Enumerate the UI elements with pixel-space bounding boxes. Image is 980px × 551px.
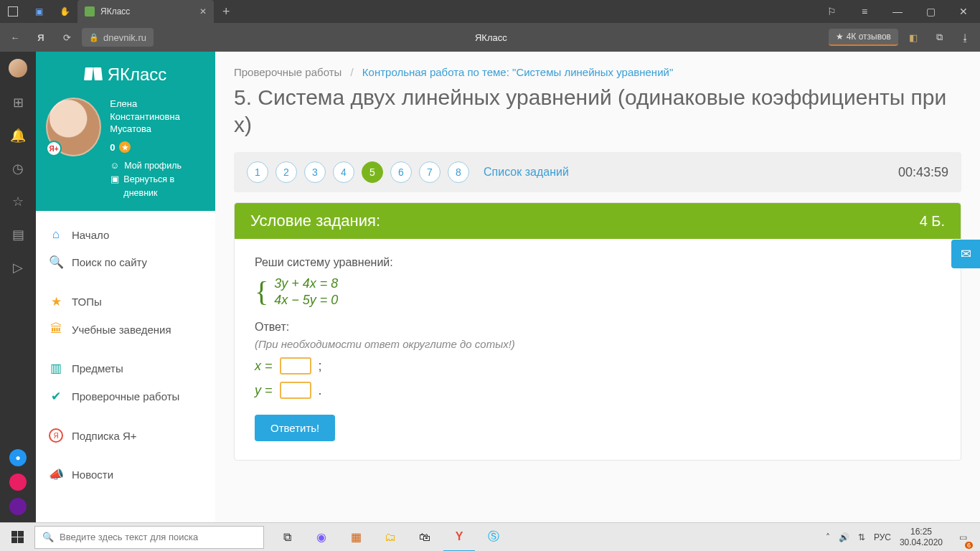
feedback-tab[interactable]: ✉ — [951, 240, 980, 268]
step-2[interactable]: 2 — [275, 161, 297, 183]
start-button[interactable] — [0, 531, 34, 543]
check-icon: ✔ — [49, 389, 63, 404]
menu-tests[interactable]: ✔Проверочные работы — [36, 382, 215, 410]
tray-network-icon[interactable]: ⇅ — [858, 532, 865, 542]
equation-system: { 3y + 4x = 8 4x − 5y = 0 — [255, 276, 941, 308]
rail-notifications-icon[interactable]: 🔔 — [10, 128, 26, 143]
window-maximize-icon[interactable]: ▢ — [914, 0, 947, 23]
step-3[interactable]: 3 — [304, 161, 326, 183]
page-title-center: ЯКласс — [158, 32, 824, 43]
rail-play-icon[interactable]: ▷ — [13, 260, 23, 276]
url-field[interactable]: 🔒 dnevnik.ru — [82, 28, 154, 47]
new-tab-button[interactable]: + — [214, 4, 239, 19]
taskbar-app-store[interactable]: 🛍 — [409, 523, 440, 552]
step-1[interactable]: 1 — [247, 161, 268, 183]
rail-alice-icon[interactable] — [9, 498, 27, 515]
step-list-link[interactable]: Список заданий — [484, 166, 569, 179]
menu-news[interactable]: 📣Новости — [36, 461, 215, 489]
bookmark-bar-icon[interactable]: ⚐ — [815, 0, 848, 23]
answer-row-y: y = . — [255, 382, 941, 399]
profile-link-my[interactable]: ☺Мой профиль — [110, 159, 205, 173]
rail-history-icon[interactable]: ◷ — [12, 161, 24, 176]
tray-volume-icon[interactable]: 🔊 — [839, 532, 849, 542]
reviews-badge[interactable]: ★ 4К отзывов — [829, 29, 898, 46]
tab-close-icon[interactable]: ✕ — [199, 6, 207, 17]
profile-avatar[interactable]: Я+ — [46, 98, 101, 156]
step-7[interactable]: 7 — [419, 161, 440, 183]
step-8[interactable]: 8 — [448, 161, 469, 183]
app-icon-2[interactable]: ✋ — [52, 0, 77, 23]
task-points: 4 Б. — [920, 213, 945, 230]
menu-tops-label: ТОПы — [72, 296, 102, 308]
rail-favorites-icon[interactable]: ☆ — [12, 194, 24, 209]
rail-avatar-icon[interactable] — [9, 59, 27, 77]
breadcrumb-root[interactable]: Проверочные работы — [234, 66, 341, 78]
menu-subscribe[interactable]: ЯПодписка Я+ — [36, 422, 215, 449]
menu-subjects[interactable]: ▥Предметы — [36, 354, 215, 382]
window-close-icon[interactable]: ✕ — [947, 0, 980, 23]
rail-service-icon[interactable] — [9, 474, 27, 491]
menu-tests-label: Проверочные работы — [72, 390, 179, 402]
taskbar-app-yandex[interactable]: Y — [443, 523, 475, 552]
downloads-icon[interactable]: ⭳ — [954, 27, 976, 48]
step-4[interactable]: 4 — [333, 161, 354, 183]
menu-schools-label: Учебные заведения — [72, 324, 171, 336]
bookmark-icon[interactable]: ◧ — [903, 27, 924, 48]
rail-collections-icon[interactable]: ▤ — [12, 227, 24, 242]
brand-logo[interactable]: ЯКласс — [46, 65, 205, 85]
nav-back-icon[interactable]: ← — [4, 27, 26, 48]
extensions-icon[interactable]: ⧉ — [928, 27, 950, 48]
task-prompt: Реши систему уравнений: — [255, 256, 941, 269]
tray-expand-icon[interactable]: ˄ — [826, 532, 830, 542]
breadcrumb-link[interactable]: Контрольная работа по теме: "Системы лин… — [362, 66, 673, 78]
tray-time: 16:25 — [900, 527, 943, 537]
tray-clock[interactable]: 16:25 30.04.2020 — [900, 527, 943, 547]
submit-button[interactable]: Ответить! — [255, 415, 335, 441]
window-minimize-icon[interactable]: — — [881, 0, 914, 23]
tray-language[interactable]: РУС — [874, 532, 891, 542]
menu-news-label: Новости — [72, 468, 113, 481]
taskbar-app-1[interactable]: ◉ — [306, 523, 337, 552]
book-icon: ▥ — [49, 361, 63, 376]
lock-icon: 🔒 — [89, 33, 99, 42]
semicolon: ; — [319, 359, 322, 374]
task-view-icon[interactable]: ⧉ — [271, 523, 303, 552]
input-x[interactable] — [280, 357, 311, 375]
menu-home[interactable]: ⌂Начало — [36, 221, 215, 248]
nav-reload-icon[interactable]: ⟳ — [56, 27, 77, 48]
bank-icon: 🏛 — [49, 322, 63, 336]
browser-tab-active[interactable]: ЯКласс ✕ — [77, 0, 214, 23]
task-panel: Условие задания: 4 Б. Реши систему уравн… — [234, 202, 961, 461]
home-icon: ⌂ — [49, 227, 63, 242]
input-y[interactable] — [280, 382, 311, 399]
step-6[interactable]: 6 — [390, 161, 412, 183]
menu-schools[interactable]: 🏛Учебные заведения — [36, 316, 215, 343]
mail-icon: ✉ — [961, 246, 971, 262]
app-icon-1[interactable]: ▣ — [26, 0, 52, 23]
period: . — [319, 383, 322, 398]
taskbar-app-skype[interactable]: Ⓢ — [478, 523, 509, 552]
profile-name-3: Мусатова — [110, 123, 205, 136]
yandex-home-icon[interactable]: Я — [30, 27, 52, 48]
taskbar-app-2[interactable]: ▦ — [340, 523, 372, 552]
taskbar-search[interactable]: 🔍 Введите здесь текст для поиска — [34, 526, 264, 549]
tray-notifications[interactable]: ▭ 6 — [951, 523, 974, 552]
panel-toggle-icon[interactable] — [0, 0, 26, 23]
menu-subscribe-label: Подписка Я+ — [72, 430, 137, 442]
back-to-diary-link[interactable]: ▣Вернуться в дневник — [110, 173, 205, 200]
menu-tops[interactable]: ★ТОПы — [36, 288, 215, 316]
step-5[interactable]: 5 — [362, 161, 383, 183]
brand-book-icon — [85, 67, 102, 82]
browser-menu-icon[interactable]: ≡ — [848, 0, 881, 23]
menu-search-label: Поиск по сайту — [72, 256, 147, 268]
main-area: Проверочные работы / Контрольная работа … — [215, 52, 980, 522]
var-y-label: y = — [255, 383, 273, 398]
var-x-label: x = — [255, 359, 273, 374]
menu-search[interactable]: 🔍Поиск по сайту — [36, 248, 215, 276]
brace-icon: { — [255, 283, 268, 301]
subscribe-icon: Я — [49, 428, 63, 443]
rail-assistant-icon[interactable]: ● — [9, 449, 27, 466]
taskbar-app-explorer[interactable]: 🗂 — [374, 523, 406, 552]
profile-name-1: Елена — [110, 98, 205, 110]
rail-apps-icon[interactable]: ⊞ — [13, 95, 24, 110]
